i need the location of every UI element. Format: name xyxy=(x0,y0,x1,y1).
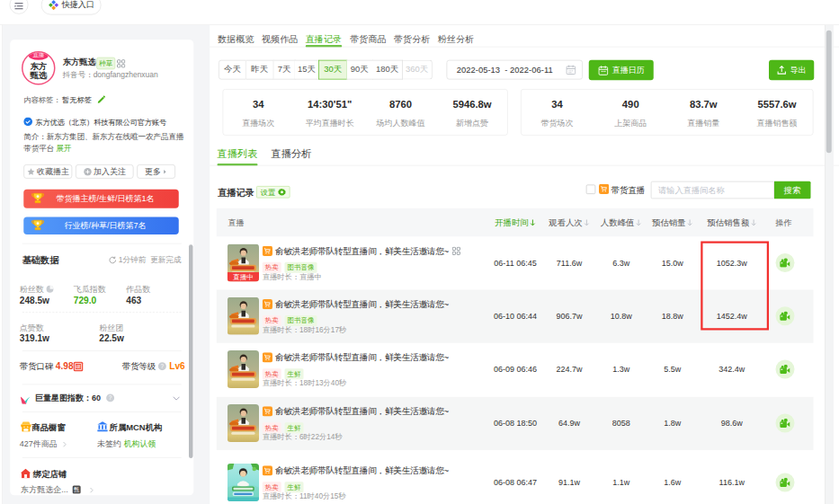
svg-text:?: ? xyxy=(161,363,165,369)
svg-text:?: ? xyxy=(109,394,112,401)
svg-text:甄: 甄 xyxy=(74,487,79,493)
